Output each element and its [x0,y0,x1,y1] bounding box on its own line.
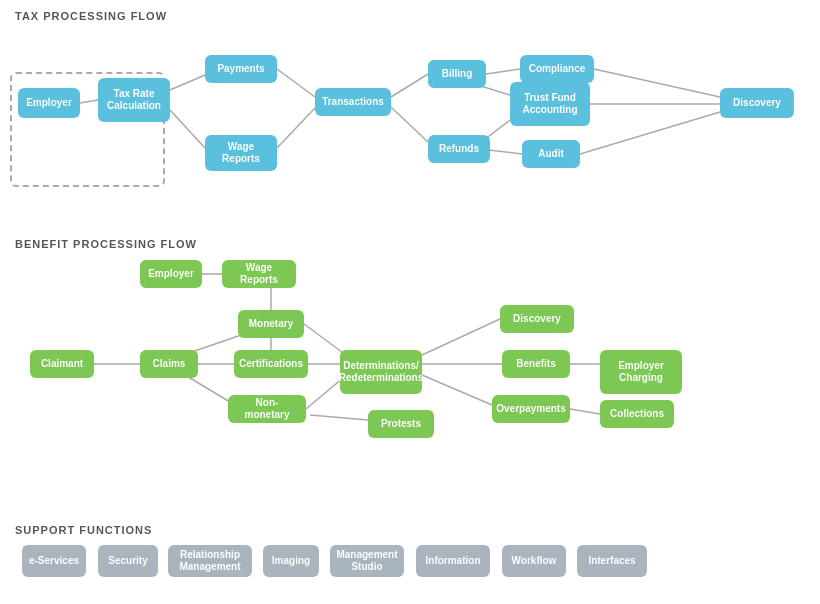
tax-discovery-node: Discovery [720,88,794,118]
svg-line-1 [170,75,205,90]
support-information-node: Information [416,545,490,577]
benefit-collections-node: Collections [600,400,674,428]
benefit-discovery-node: Discovery [500,305,574,333]
tax-billing-node: Billing [428,60,486,88]
svg-line-13 [580,112,720,154]
benefit-employercharging-node: Employer Charging [600,350,682,394]
tax-audit-node: Audit [522,140,580,168]
tax-flow-title: TAX PROCESSING FLOW [15,10,167,22]
tax-transactions-node: Transactions [315,88,391,116]
tax-taxrate-node: Tax Rate Calculation [98,78,170,122]
svg-line-5 [391,74,428,97]
tax-payments-node: Payments [205,55,277,83]
svg-line-2 [170,110,205,148]
svg-line-23 [310,415,368,420]
benefit-claims-node: Claims [140,350,198,378]
diagram-container: TAX PROCESSING FLOW BENEFIT PROCESSING F… [0,0,820,604]
support-eservices-node: e-Services [22,545,86,577]
svg-line-26 [422,375,492,405]
support-mgmtstudio-node: ManagementStudio [330,545,404,577]
benefit-flow-title: BENEFIT PROCESSING FLOW [15,238,197,250]
support-security-node: Security [98,545,158,577]
benefit-protests-node: Protests [368,410,434,438]
benefit-monetary-node: Monetary [238,310,304,338]
svg-line-11 [594,69,720,97]
benefit-benefits-node: Benefits [502,350,570,378]
benefit-determinations-node: Determinations/ Redeterminations [340,350,422,394]
svg-line-3 [277,69,315,97]
support-relmanagement-node: RelationshipManagement [168,545,252,577]
benefit-certifications-node: Certifications [234,350,308,378]
svg-line-28 [570,409,600,414]
tax-trustfund-node: Trust Fund Accounting [510,82,590,126]
support-workflow-node: Workflow [502,545,566,577]
benefit-employer-node: Employer [140,260,202,288]
tax-employer-node: Employer [18,88,80,118]
tax-compliance-node: Compliance [520,55,594,83]
support-interfaces-node: Interfaces [577,545,647,577]
svg-line-24 [422,319,500,355]
benefit-nonmonetary-node: Non-monetary [228,395,306,423]
benefit-claimant-node: Claimant [30,350,94,378]
svg-line-6 [391,107,428,142]
support-imaging-node: Imaging [263,545,319,577]
tax-wagereports-node: Wage Reports [205,135,277,171]
benefit-wagereports-node: Wage Reports [222,260,296,288]
tax-refunds-node: Refunds [428,135,490,163]
svg-line-7 [486,69,520,74]
support-title: SUPPORT FUNCTIONS [15,524,152,536]
benefit-overpayments-node: Overpayments [492,395,570,423]
svg-line-4 [277,108,315,148]
